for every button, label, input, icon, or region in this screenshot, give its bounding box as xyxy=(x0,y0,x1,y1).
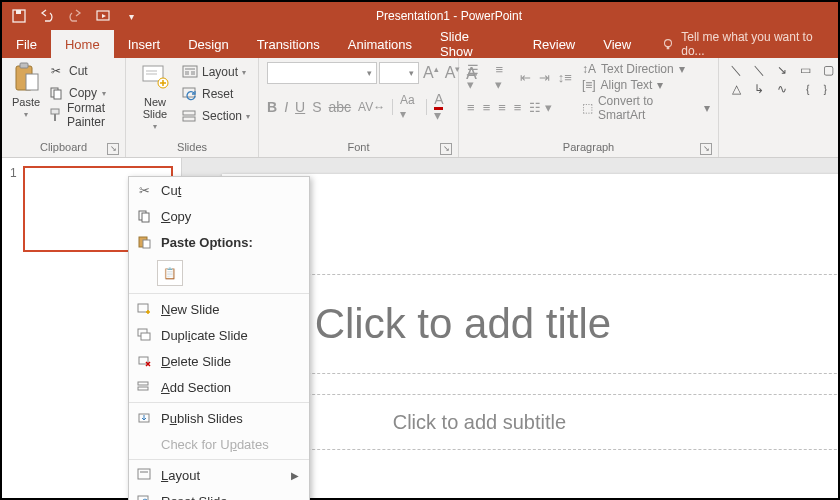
svg-rect-31 xyxy=(138,382,148,385)
dialog-launcher-icon[interactable]: ↘ xyxy=(700,143,712,155)
ctx-copy[interactable]: Copy xyxy=(129,203,309,229)
ctx-delete-slide[interactable]: Delete Slide xyxy=(129,348,309,374)
reset-icon xyxy=(135,492,153,500)
font-size-combo[interactable] xyxy=(379,62,419,84)
tab-insert[interactable]: Insert xyxy=(114,30,175,58)
tab-transitions[interactable]: Transitions xyxy=(243,30,334,58)
format-painter-button[interactable]: Format Painter xyxy=(48,106,117,124)
app-window: ▾ Presentation1 - PowerPoint File Home I… xyxy=(0,0,840,500)
ctx-cut[interactable]: ✂ Cut xyxy=(129,177,309,203)
save-icon[interactable] xyxy=(10,7,28,25)
convert-smartart-button[interactable]: ⬚Convert to SmartArt ▾ xyxy=(582,94,710,122)
tab-animations[interactable]: Animations xyxy=(334,30,426,58)
ctx-new-slide[interactable]: New Slide xyxy=(129,296,309,322)
align-right-icon[interactable]: ≡ xyxy=(498,100,506,115)
justify-icon[interactable]: ≡ xyxy=(514,100,522,115)
tab-home[interactable]: Home xyxy=(51,30,114,58)
group-clipboard: Paste ▾ ✂ Cut Copy ▾ xyxy=(2,58,126,157)
underline-button[interactable]: U xyxy=(295,99,305,115)
window-title: Presentation1 - PowerPoint xyxy=(140,9,758,23)
group-font: A▴ A▾ A̶ B I U S abc AV↔ Aa ▾ A ▾ Font↘ xyxy=(259,58,459,157)
shape-connector-icon[interactable]: ↳ xyxy=(750,81,768,97)
font-color-button[interactable]: A ▾ xyxy=(434,91,450,123)
new-slide-icon xyxy=(135,300,153,318)
start-from-beginning-icon[interactable] xyxy=(94,7,112,25)
title-bar: ▾ Presentation1 - PowerPoint xyxy=(2,2,838,30)
tab-review[interactable]: Review xyxy=(519,30,590,58)
ctx-publish-slides[interactable]: Publish Slides xyxy=(129,405,309,431)
slide-1: Click to add title Click to add subtitle xyxy=(222,174,838,498)
ctx-reset-slide[interactable]: Reset Slide xyxy=(129,488,309,500)
ctx-add-section[interactable]: Add Section xyxy=(129,374,309,400)
convert-smartart-label: Convert to SmartArt xyxy=(598,94,699,122)
redo-icon[interactable] xyxy=(66,7,84,25)
align-left-icon[interactable]: ≡ xyxy=(467,100,475,115)
svg-rect-18 xyxy=(185,71,189,75)
paste-keep-formatting[interactable]: 📋 xyxy=(157,260,183,286)
align-center-icon[interactable]: ≡ xyxy=(483,100,491,115)
chevron-down-icon: ▾ xyxy=(246,112,250,121)
section-button[interactable]: Section ▾ xyxy=(182,106,250,126)
shape-triangle-icon[interactable]: △ xyxy=(727,81,745,97)
tell-me-search[interactable]: Tell me what you want to do... xyxy=(661,30,838,58)
paste-button[interactable]: Paste ▾ xyxy=(10,62,42,119)
copy-label: Copy xyxy=(69,86,97,100)
ctx-duplicate-slide[interactable]: Duplicate Slide xyxy=(129,322,309,348)
italic-button[interactable]: I xyxy=(284,99,288,115)
shape-line-icon[interactable]: ＼ xyxy=(750,62,768,78)
tab-slideshow[interactable]: Slide Show xyxy=(426,30,519,58)
bullets-icon[interactable]: ☰ ▾ xyxy=(467,62,487,92)
svg-rect-34 xyxy=(138,469,150,479)
undo-icon[interactable] xyxy=(38,7,56,25)
section-icon xyxy=(182,109,198,123)
layout-icon xyxy=(135,466,153,484)
smartart-icon: ⬚ xyxy=(582,101,593,115)
shape-rect-icon[interactable]: ▭ xyxy=(796,62,814,78)
reset-label: Reset xyxy=(202,87,233,101)
subtitle-placeholder[interactable]: Click to add subtitle xyxy=(262,394,838,450)
increase-font-icon[interactable]: A▴ xyxy=(421,62,441,85)
strikethrough-button[interactable]: abc xyxy=(329,99,352,115)
tab-file[interactable]: File xyxy=(2,30,51,58)
spacing-button[interactable]: AV↔ xyxy=(358,100,385,114)
indent-decrease-icon[interactable]: ⇤ xyxy=(520,70,531,85)
layout-button[interactable]: Layout ▾ xyxy=(182,62,250,82)
shape-rect-icon[interactable]: ▢ xyxy=(819,62,837,78)
svg-rect-21 xyxy=(183,111,195,115)
svg-rect-9 xyxy=(54,90,61,99)
align-text-icon: [≡] xyxy=(582,78,596,92)
shadow-button[interactable]: S xyxy=(312,99,321,115)
text-direction-button[interactable]: ↕AText Direction ▾ xyxy=(582,62,710,76)
shape-curve-icon[interactable]: ∿ xyxy=(773,81,791,97)
tab-design[interactable]: Design xyxy=(174,30,242,58)
copy-button[interactable]: Copy ▾ xyxy=(48,84,117,102)
shape-brace-icon[interactable]: ｝ xyxy=(819,81,837,97)
align-text-button[interactable]: [≡]Align Text ▾ xyxy=(582,78,710,92)
columns-icon[interactable]: ☷ ▾ xyxy=(529,100,552,115)
line-spacing-icon[interactable]: ↕≡ xyxy=(558,70,572,85)
dialog-launcher-icon[interactable]: ↘ xyxy=(107,143,119,155)
ctx-layout[interactable]: Layout ▶ xyxy=(129,462,309,488)
dialog-launcher-icon[interactable]: ↘ xyxy=(440,143,452,155)
tab-view[interactable]: View xyxy=(589,30,645,58)
numbering-icon[interactable]: ≡ ▾ xyxy=(495,62,511,92)
group-font-label: Font xyxy=(348,141,370,153)
ctx-check-updates: Check for Updates xyxy=(129,431,309,457)
shape-arrow-icon[interactable]: ↘ xyxy=(773,62,791,78)
bold-button[interactable]: B xyxy=(267,99,277,115)
align-text-label: Align Text xyxy=(601,78,653,92)
cut-button[interactable]: ✂ Cut xyxy=(48,62,117,80)
svg-rect-17 xyxy=(185,68,195,70)
chevron-down-icon: ▾ xyxy=(24,110,28,119)
shapes-gallery[interactable]: ＼ ＼ ↘ ▭ ▢ ▴ △ ↳ ∿ ｛ ｝ ▾ xyxy=(727,62,840,97)
svg-rect-22 xyxy=(183,117,195,121)
qat-more-icon[interactable]: ▾ xyxy=(122,7,140,25)
reset-button[interactable]: Reset xyxy=(182,84,250,104)
new-slide-button[interactable]: New Slide ▾ xyxy=(134,62,176,131)
font-family-combo[interactable] xyxy=(267,62,377,84)
title-placeholder[interactable]: Click to add title xyxy=(262,274,838,374)
shape-line-icon[interactable]: ＼ xyxy=(727,62,745,78)
change-case-button[interactable]: Aa ▾ xyxy=(400,93,419,121)
indent-increase-icon[interactable]: ⇥ xyxy=(539,70,550,85)
shape-brace-icon[interactable]: ｛ xyxy=(796,81,814,97)
